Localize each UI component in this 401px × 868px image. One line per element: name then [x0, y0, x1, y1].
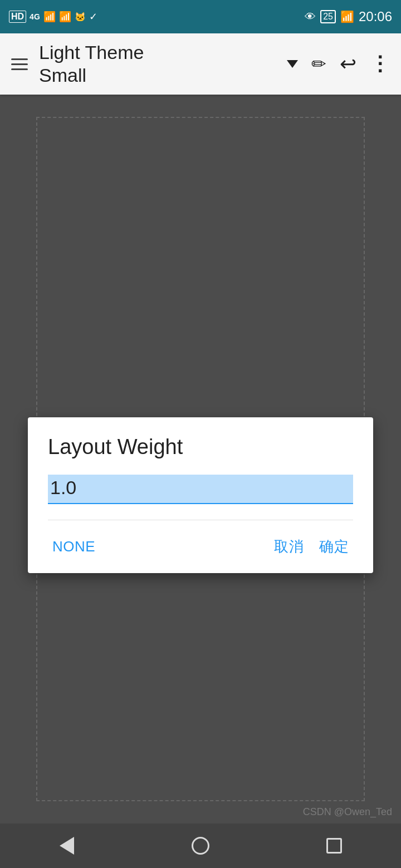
- recents-icon: [326, 838, 342, 854]
- dialog-actions: NONE 取消 确定: [48, 527, 353, 562]
- main-content: Layout Weight NONE 取消 确定: [0, 95, 401, 823]
- weight-input[interactable]: [48, 475, 353, 504]
- status-right-icons: 25 📶 20:06: [305, 9, 392, 24]
- battery-icon: 25: [320, 10, 336, 23]
- cancel-button[interactable]: 取消: [263, 531, 315, 562]
- status-left-icons: HD 4G 📶 📶 🐱 ✓: [9, 11, 97, 23]
- signal-4g-icon: 4G: [30, 12, 40, 21]
- nav-bar: [0, 823, 401, 868]
- dialog-title: Layout Weight: [48, 435, 353, 459]
- hamburger-menu[interactable]: [11, 58, 28, 70]
- back-button[interactable]: [50, 829, 84, 862]
- back-icon: [60, 837, 74, 855]
- recents-button[interactable]: [317, 829, 351, 862]
- dialog-divider: [48, 520, 353, 520]
- none-button[interactable]: NONE: [48, 532, 100, 561]
- status-time: 20:06: [359, 9, 392, 24]
- cat-icon: 🐱: [75, 12, 86, 22]
- app-bar: Light Theme Small: [0, 33, 401, 95]
- cellular-icon: 📶: [43, 11, 56, 23]
- hd-icon: HD: [9, 11, 26, 23]
- eye-icon: [305, 9, 316, 24]
- more-options-button[interactable]: [370, 52, 390, 76]
- wifi-icon: 📶: [59, 11, 71, 23]
- signal-icon: 📶: [340, 10, 354, 23]
- layout-weight-dialog: Layout Weight NONE 取消 确定: [28, 417, 373, 573]
- undo-button[interactable]: [340, 52, 356, 76]
- status-bar: HD 4G 📶 📶 🐱 ✓ 25 📶 20:06: [0, 0, 401, 33]
- home-icon: [192, 837, 209, 855]
- app-bar-title: Light Theme Small: [39, 41, 276, 87]
- app-bar-actions: [287, 52, 390, 76]
- dialog-input-container: [48, 475, 353, 504]
- dropdown-arrow-icon[interactable]: [287, 60, 298, 68]
- edit-button[interactable]: [311, 53, 326, 75]
- check-icon: ✓: [89, 11, 97, 23]
- home-button[interactable]: [184, 829, 217, 862]
- confirm-button[interactable]: 确定: [315, 531, 353, 562]
